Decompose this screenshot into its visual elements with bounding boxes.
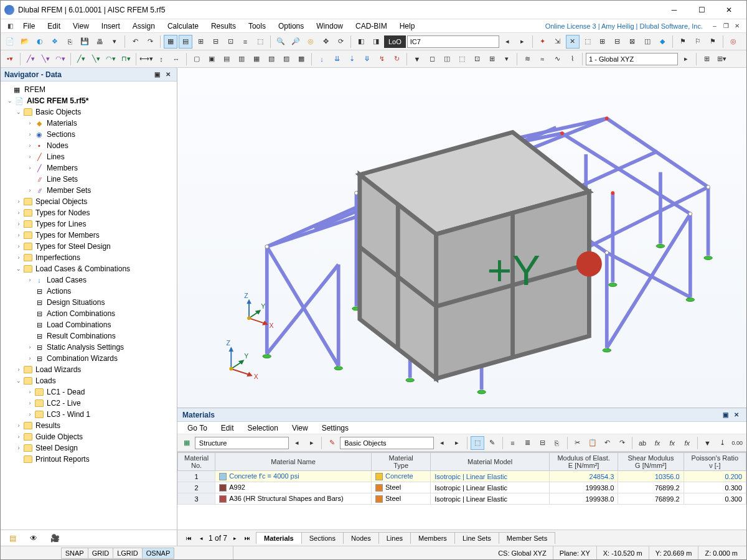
mdi-close-icon[interactable]: ✕ xyxy=(733,22,741,30)
sel-4[interactable]: ⊡ xyxy=(470,52,484,66)
mt-next2[interactable]: ▸ xyxy=(450,436,464,450)
orientation-cube[interactable]: +Y xyxy=(177,73,738,408)
mat-menu-selection[interactable]: Selection xyxy=(242,422,284,434)
col-E[interactable]: Modulus of Elast.E [N/mm²] xyxy=(549,453,618,471)
tree-loadcases[interactable]: ›↓Load Cases xyxy=(1,274,177,286)
tree-imperfections[interactable]: ›Imperfections xyxy=(1,252,177,263)
surf-8[interactable]: ▩ xyxy=(294,52,308,66)
view-grid1[interactable]: ▦ xyxy=(164,35,177,49)
dropdown-1[interactable]: ▾ xyxy=(108,35,121,49)
load-2[interactable]: ⇊ xyxy=(330,52,344,66)
mt-row-copy[interactable]: ⎘ xyxy=(550,436,564,450)
nav-view-tab-icon[interactable]: 👁 xyxy=(26,532,42,544)
surf-7[interactable]: ▨ xyxy=(280,52,293,66)
menu-results[interactable]: Results xyxy=(205,21,242,32)
tree-types-members[interactable]: ›Types for Members xyxy=(1,230,177,241)
materials-close-icon[interactable]: ✕ xyxy=(731,410,741,420)
table-row[interactable]: 2A992SteelIsotropic | Linear Elastic1999… xyxy=(178,482,746,493)
tab-linesets[interactable]: Line Sets xyxy=(454,532,499,544)
tree-printout[interactable]: Printout Reports xyxy=(1,454,177,465)
col-type[interactable]: MaterialType xyxy=(372,453,431,471)
pg-prev[interactable]: ◂ xyxy=(196,533,206,543)
view-layout3[interactable]: ⊡ xyxy=(223,35,237,49)
menu-view[interactable]: View xyxy=(67,21,95,32)
load-6[interactable]: ↻ xyxy=(390,52,403,66)
tree-loads[interactable]: ⌄Loads xyxy=(1,375,177,386)
view-layout1[interactable]: ⊞ xyxy=(194,35,207,49)
tree-lc1[interactable]: ›LC1 - Dead xyxy=(1,386,177,398)
sel-1[interactable]: ◻ xyxy=(425,52,439,66)
pg-last[interactable]: ⏭ xyxy=(242,533,252,543)
tool-e[interactable]: ◆ xyxy=(655,35,669,49)
tool-c[interactable]: ⊠ xyxy=(626,35,639,49)
tree-lc3[interactable]: ›LC3 - Wind 1 xyxy=(1,409,177,420)
sel-2[interactable]: ◫ xyxy=(440,52,454,66)
3d-viewport[interactable]: Z X Y Z X Y xyxy=(177,68,746,408)
tree-nodes[interactable]: ›•Nodes xyxy=(1,140,177,151)
sel-3[interactable]: ⬚ xyxy=(455,52,469,66)
menu-cadbim[interactable]: CAD-BIM xyxy=(349,21,393,32)
view-grid2[interactable]: ▤ xyxy=(179,35,192,49)
tree-lines[interactable]: ›╱Lines xyxy=(1,151,177,162)
tree-root[interactable]: ▦RFEM xyxy=(1,84,177,95)
menu-options[interactable]: Options xyxy=(272,21,310,32)
new-button[interactable]: 📄 xyxy=(3,35,17,49)
copy-button[interactable]: ⎘ xyxy=(63,35,77,49)
tree-results[interactable]: ›Results xyxy=(1,420,177,431)
mt-undo[interactable]: ↶ xyxy=(601,436,614,450)
tree-steel-design[interactable]: ›Steel Design xyxy=(1,442,177,454)
undo-button[interactable]: ↶ xyxy=(128,35,142,49)
tree-model[interactable]: ⌄📄AISC RFEM 5.rf5* xyxy=(1,95,177,106)
tree-result-comb[interactable]: ⊟Result Combinations xyxy=(1,330,177,342)
snap-grid[interactable]: GRID xyxy=(88,548,114,559)
mt-paste[interactable]: 📋 xyxy=(586,436,599,450)
tab-materials[interactable]: Materials xyxy=(256,532,302,544)
mt-fx2[interactable]: fx xyxy=(665,436,679,450)
mt-find[interactable]: ab xyxy=(636,436,649,450)
tree-types-nodes[interactable]: ›Types for Nodes xyxy=(1,207,177,218)
mt-next1[interactable]: ▸ xyxy=(305,436,319,450)
mt-decimals[interactable]: 0.00 xyxy=(730,436,744,450)
coord-system-select[interactable] xyxy=(586,53,678,65)
mt-fx1[interactable]: fx xyxy=(651,436,664,450)
menu-tools[interactable]: Tools xyxy=(242,21,272,32)
flag-1[interactable]: ⚑ xyxy=(676,35,690,49)
support-3[interactable]: ✕ xyxy=(566,35,580,49)
lc-prev[interactable]: ◂ xyxy=(500,35,514,49)
unit-button[interactable]: ⬚ xyxy=(253,35,267,49)
tree-static-analysis[interactable]: ›⊟Static Analysis Settings xyxy=(1,342,177,353)
tree-sections[interactable]: ›◉Sections xyxy=(1,129,177,140)
pg-next[interactable]: ▸ xyxy=(230,533,240,543)
mt-row-del[interactable]: ⊟ xyxy=(535,436,549,450)
script-button[interactable]: ≡ xyxy=(238,35,252,49)
navigator-close-icon[interactable]: ✕ xyxy=(163,70,173,80)
cs-next[interactable]: ▸ xyxy=(679,52,693,66)
open-button[interactable]: 📂 xyxy=(18,35,32,49)
support-2[interactable]: ⇲ xyxy=(551,35,565,49)
menu-edit[interactable]: Edit xyxy=(41,21,67,32)
load-5[interactable]: ↯ xyxy=(375,52,388,66)
tab-sections[interactable]: Sections xyxy=(301,532,344,544)
app-menu-icon[interactable]: ◧ xyxy=(6,22,14,30)
surf-4[interactable]: ▥ xyxy=(235,52,248,66)
menu-insert[interactable]: Insert xyxy=(95,21,126,32)
mt-redo[interactable]: ↷ xyxy=(615,436,629,450)
tree-membersets[interactable]: ›⫽Member Sets xyxy=(1,185,177,196)
member-tool-1[interactable]: ╱▾ xyxy=(74,52,88,66)
line-tool-2[interactable]: ╲▾ xyxy=(39,52,52,66)
tree-lc2[interactable]: ›LC2 - Live xyxy=(1,398,177,409)
col-no[interactable]: MaterialNo. xyxy=(178,453,215,471)
cloud-button[interactable]: ◐ xyxy=(33,35,47,49)
tree-special[interactable]: ›Special Objects xyxy=(1,196,177,207)
render-2[interactable]: ≈ xyxy=(535,52,549,66)
menu-window[interactable]: Window xyxy=(310,21,349,32)
surf-5[interactable]: ▦ xyxy=(250,52,263,66)
load-1[interactable]: ↓ xyxy=(315,52,329,66)
redo-button[interactable]: ↷ xyxy=(143,35,157,49)
navigator-tree[interactable]: ▦RFEM ⌄📄AISC RFEM 5.rf5* ⌄Basic Objects … xyxy=(1,82,177,530)
display-1[interactable]: ◧ xyxy=(354,35,368,49)
zoom-in-button[interactable]: 🔍 xyxy=(274,35,288,49)
mt-prev2[interactable]: ◂ xyxy=(435,436,449,450)
materials-table[interactable]: MaterialNo. Material Name MaterialType M… xyxy=(177,452,746,530)
tab-members[interactable]: Members xyxy=(410,532,455,544)
